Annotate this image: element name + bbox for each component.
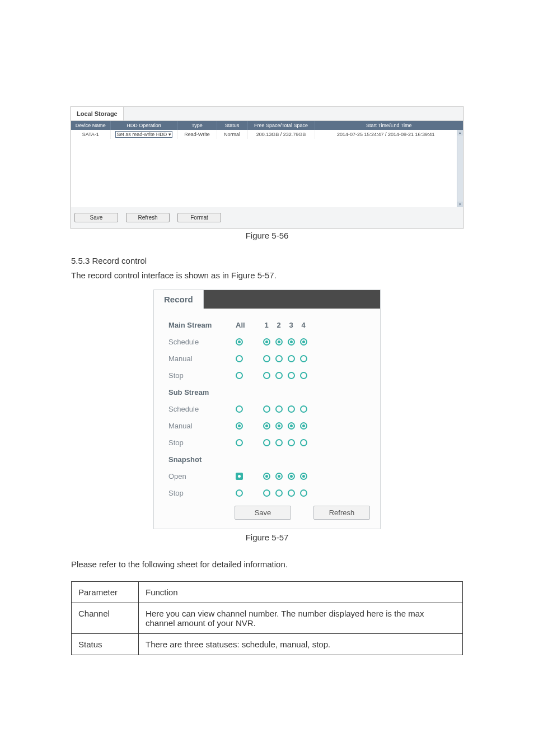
snap-stop-2-radio[interactable] (275, 489, 283, 497)
main-stop-2-radio[interactable] (275, 372, 283, 379)
snap-stop-3-radio[interactable] (288, 489, 295, 497)
sub-schedule-all-radio[interactable] (236, 405, 243, 413)
figure-caption-2: Figure 5-57 (71, 533, 463, 542)
snap-open-label: Open (168, 472, 235, 480)
scroll-up-icon[interactable]: ▴ (457, 130, 463, 136)
sub-stop-1-radio[interactable] (263, 439, 270, 446)
gloss-func-channel: Here you can view channel number. The nu… (139, 603, 463, 633)
main-stop-label: Stop (168, 371, 235, 380)
gloss-param-status: Status (72, 633, 139, 655)
gloss-func-status: There are three statuses: schedule, manu… (139, 633, 463, 655)
col-1: 1 (260, 321, 273, 329)
sub-schedule-2-radio[interactable] (275, 405, 283, 413)
sub-stop-4-radio[interactable] (300, 439, 307, 446)
gloss-intro: Please refer to the following sheet for … (71, 558, 463, 571)
main-stop-3-radio[interactable] (288, 372, 295, 379)
snap-stop-1-radio[interactable] (263, 489, 270, 497)
sub-schedule-label: Schedule (168, 405, 235, 413)
gloss-param-channel: Channel (72, 603, 139, 633)
gloss-header-row: Parameter Function (72, 581, 463, 603)
snapshot-label: Snapshot (168, 455, 235, 464)
storage-button-row: Save Refresh Format (71, 207, 463, 228)
main-manual-all-radio[interactable] (236, 355, 243, 362)
section-body: The record control interface is shown as… (71, 269, 463, 282)
sub-manual-3-radio[interactable] (288, 422, 295, 430)
main-manual-4-radio[interactable] (300, 355, 307, 362)
tab-local-storage[interactable]: Local Storage (71, 107, 124, 120)
record-panel: Record Main Stream All 1 2 3 4 Schedule (153, 290, 381, 529)
main-manual-1-radio[interactable] (263, 355, 270, 362)
snap-open-all-radio[interactable] (236, 473, 243, 480)
record-header-fill (204, 290, 380, 309)
snap-open-4-radio[interactable] (300, 473, 307, 480)
col-device-name: Device Name (71, 121, 110, 130)
storage-header-row: Device Name HDD Operation Type Status Fr… (71, 121, 463, 130)
snap-open-3-radio[interactable] (288, 473, 295, 480)
main-manual-label: Manual (168, 354, 235, 363)
chevron-down-icon: ▾ (168, 132, 171, 137)
main-manual-2-radio[interactable] (275, 355, 283, 362)
main-stop-1-radio[interactable] (263, 372, 270, 379)
storage-tabs: Local Storage (71, 107, 463, 121)
main-schedule-4-radio[interactable] (300, 338, 307, 346)
sub-manual-label: Manual (168, 422, 235, 430)
record-refresh-button[interactable]: Refresh (313, 506, 370, 520)
main-schedule-3-radio[interactable] (288, 338, 295, 346)
gloss-h-parameter: Parameter (72, 581, 139, 603)
main-manual-3-radio[interactable] (288, 355, 295, 362)
col-free-total-space: Free Space/Total Space (247, 121, 315, 130)
sub-schedule-1-radio[interactable] (263, 405, 270, 413)
col-4: 4 (297, 321, 310, 329)
col-3: 3 (285, 321, 297, 329)
main-schedule-1-radio[interactable] (263, 338, 270, 346)
sub-manual-1-radio[interactable] (263, 422, 270, 430)
col-type: Type (177, 121, 217, 130)
cell-hdd-operation: Set as read-write HDD ▾ (110, 130, 177, 139)
sub-stop-all-radio[interactable] (236, 439, 243, 446)
main-stream-label: Main Stream (168, 321, 235, 329)
gloss-h-function: Function (139, 581, 463, 603)
sub-stop-3-radio[interactable] (288, 439, 295, 446)
cell-device-name: SATA-1 (71, 130, 110, 139)
main-schedule-2-radio[interactable] (275, 338, 283, 346)
figure-caption-1: Figure 5-56 (71, 231, 463, 240)
storage-row[interactable]: SATA-1 Set as read-write HDD ▾ Read-Writ… (71, 130, 457, 139)
record-header: Record (154, 290, 380, 309)
refresh-button[interactable]: Refresh (126, 213, 170, 222)
snap-open-1-radio[interactable] (263, 473, 270, 480)
cell-space: 200.13GB / 232.79GB (247, 130, 315, 139)
tab-record[interactable]: Record (154, 290, 204, 309)
snap-stop-label: Stop (168, 489, 235, 497)
cell-type: Read-Write (177, 130, 217, 139)
main-stop-all-radio[interactable] (236, 372, 243, 379)
local-storage-panel: Local Storage Device Name HDD Operation … (71, 106, 463, 228)
storage-table: Device Name HDD Operation Type Status Fr… (71, 121, 463, 130)
sub-schedule-3-radio[interactable] (288, 405, 295, 413)
cell-status: Normal (217, 130, 247, 139)
col-status: Status (217, 121, 247, 130)
scrollbar[interactable]: ▴ ▾ (457, 130, 463, 207)
cell-time: 2014-07-25 15:24:47 / 2014-08-21 16:39:4… (315, 130, 457, 139)
main-schedule-all-radio[interactable] (236, 338, 243, 346)
sub-manual-2-radio[interactable] (275, 422, 283, 430)
main-stop-4-radio[interactable] (300, 372, 307, 379)
gloss-row-status: Status There are three statuses: schedul… (72, 633, 463, 655)
hdd-operation-select[interactable]: Set as read-write HDD ▾ (115, 131, 172, 138)
sub-manual-all-radio[interactable] (236, 422, 243, 430)
main-schedule-label: Schedule (168, 338, 235, 346)
save-button[interactable]: Save (74, 213, 118, 222)
sub-stop-2-radio[interactable] (275, 439, 283, 446)
snap-stop-4-radio[interactable] (300, 489, 307, 497)
sub-manual-4-radio[interactable] (300, 422, 307, 430)
format-button[interactable]: Format (177, 213, 221, 222)
col-hdd-operation: HDD Operation (110, 121, 177, 130)
glossary-table: Parameter Function Channel Here you can … (71, 581, 463, 655)
scroll-down-icon[interactable]: ▾ (457, 202, 463, 207)
col-start-end-time: Start Time/End Time (315, 121, 463, 130)
col-all: All (235, 321, 255, 329)
sub-schedule-4-radio[interactable] (300, 405, 307, 413)
gloss-row-channel: Channel Here you can view channel number… (72, 603, 463, 633)
record-save-button[interactable]: Save (235, 506, 291, 520)
snap-open-2-radio[interactable] (275, 473, 283, 480)
snap-stop-all-radio[interactable] (236, 489, 243, 497)
